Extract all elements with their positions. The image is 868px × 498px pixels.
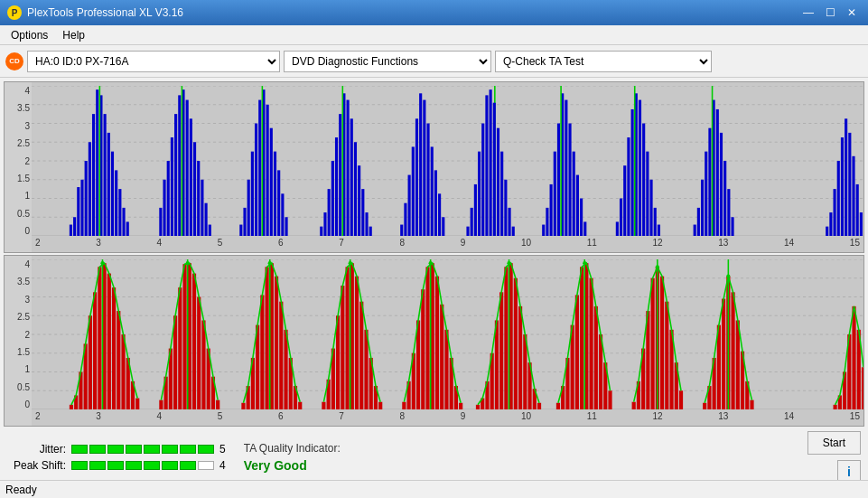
- svg-rect-51: [277, 170, 280, 236]
- peak-shift-meter: 4: [71, 459, 226, 472]
- svg-rect-209: [378, 402, 382, 409]
- svg-rect-22: [118, 189, 121, 236]
- svg-rect-96: [542, 225, 545, 236]
- svg-rect-98: [550, 184, 553, 236]
- test-select[interactable]: Q-Check TA Test: [495, 51, 712, 72]
- svg-rect-188: [266, 267, 269, 409]
- svg-rect-59: [335, 137, 338, 236]
- title-controls[interactable]: — ☐ ✕: [799, 5, 861, 20]
- svg-rect-78: [431, 146, 434, 236]
- svg-rect-102: [565, 100, 567, 236]
- svg-rect-27: [163, 180, 165, 236]
- svg-rect-103: [568, 124, 571, 237]
- svg-rect-134: [826, 227, 828, 236]
- svg-rect-10: [73, 217, 76, 236]
- svg-rect-136: [834, 189, 836, 236]
- svg-rect-159: [98, 267, 101, 409]
- svg-rect-113: [631, 109, 634, 236]
- svg-rect-201: [341, 286, 344, 409]
- svg-rect-50: [274, 152, 276, 236]
- svg-rect-218: [435, 277, 439, 409]
- svg-rect-92: [500, 152, 503, 236]
- svg-point-291: [656, 265, 659, 268]
- svg-rect-38: [205, 203, 208, 236]
- svg-rect-35: [193, 142, 196, 236]
- svg-rect-197: [322, 402, 325, 409]
- svg-rect-191: [279, 302, 283, 409]
- main-content: 4 3.5 3 2.5 2 1.5 1 0.5 0: [0, 78, 868, 430]
- svg-rect-257: [651, 278, 655, 409]
- svg-rect-130: [723, 161, 726, 236]
- jitter-label: Jitter:: [7, 443, 66, 456]
- menu-options[interactable]: Options: [4, 27, 55, 43]
- svg-rect-139: [845, 118, 847, 236]
- title-text: PlexTools Professional XL V3.16: [27, 6, 183, 19]
- bottom-chart-area: 2 3 4 5 6 7 8 9 10 11 12 13 14 15: [32, 256, 863, 426]
- jitter-seg-8: [198, 445, 214, 454]
- svg-rect-123: [697, 208, 700, 236]
- peak-seg-5: [144, 461, 160, 470]
- svg-rect-248: [594, 306, 598, 409]
- ta-quality-value: Very Good: [244, 458, 307, 473]
- svg-rect-49: [270, 128, 273, 236]
- maximize-button[interactable]: ☐: [821, 5, 839, 20]
- top-chart-y-axis: 4 3.5 3 2.5 2 1.5 1 0.5 0: [5, 82, 32, 252]
- svg-rect-143: [860, 212, 863, 236]
- start-button[interactable]: Start: [807, 431, 861, 455]
- svg-rect-105: [576, 175, 579, 236]
- svg-rect-129: [720, 133, 723, 236]
- svg-rect-245: [580, 267, 583, 409]
- device-select[interactable]: HA:0 ID:0 PX-716A: [27, 51, 280, 72]
- svg-rect-87: [481, 124, 484, 237]
- svg-rect-230: [499, 292, 503, 409]
- svg-rect-111: [623, 165, 626, 236]
- svg-point-290: [583, 261, 586, 265]
- svg-rect-109: [616, 221, 619, 236]
- svg-rect-77: [426, 124, 429, 237]
- svg-rect-272: [736, 320, 740, 409]
- svg-rect-283: [862, 367, 863, 409]
- svg-rect-211: [402, 402, 406, 409]
- top-chart-area: 2 3 4 5 6 7 8 9 10 11 12 13 14 15: [32, 82, 863, 252]
- svg-rect-169: [159, 400, 163, 409]
- svg-rect-167: [135, 399, 139, 409]
- svg-point-287: [349, 261, 352, 265]
- top-chart-x-axis: 2 3 4 5 6 7 8 9 10 11 12 13 14 15: [32, 236, 863, 252]
- svg-rect-132: [731, 217, 733, 236]
- svg-rect-216: [425, 267, 429, 409]
- svg-point-284: [100, 261, 104, 265]
- function-select[interactable]: DVD Diagnostic Functions: [284, 51, 491, 72]
- svg-rect-20: [111, 152, 114, 236]
- svg-rect-41: [239, 225, 242, 236]
- jitter-meter: 5: [71, 443, 226, 456]
- svg-rect-30: [174, 114, 177, 236]
- svg-rect-99: [554, 152, 556, 236]
- svg-rect-48: [266, 105, 269, 236]
- svg-rect-11: [77, 187, 79, 236]
- action-buttons: Start i: [807, 431, 861, 484]
- svg-rect-67: [365, 212, 368, 236]
- menu-help[interactable]: Help: [55, 27, 92, 43]
- svg-rect-65: [358, 165, 360, 236]
- svg-rect-118: [649, 180, 652, 236]
- svg-rect-178: [201, 320, 205, 409]
- svg-rect-39: [209, 225, 211, 236]
- svg-rect-16: [96, 89, 98, 236]
- svg-rect-21: [115, 170, 117, 236]
- minimize-button[interactable]: —: [799, 5, 817, 20]
- svg-rect-57: [328, 189, 331, 236]
- svg-rect-275: [750, 400, 753, 409]
- jitter-seg-5: [144, 445, 160, 454]
- bottom-panel: Jitter: 5 Peak Shift:: [0, 430, 868, 484]
- svg-rect-259: [660, 277, 664, 409]
- svg-rect-164: [121, 334, 125, 409]
- svg-rect-204: [355, 277, 359, 409]
- svg-rect-238: [537, 403, 541, 409]
- svg-rect-58: [331, 161, 334, 236]
- peak-seg-3: [107, 461, 124, 470]
- svg-rect-115: [639, 100, 641, 236]
- svg-rect-73: [412, 146, 415, 236]
- svg-rect-95: [512, 227, 515, 236]
- svg-rect-81: [442, 217, 444, 236]
- close-button[interactable]: ✕: [843, 5, 861, 20]
